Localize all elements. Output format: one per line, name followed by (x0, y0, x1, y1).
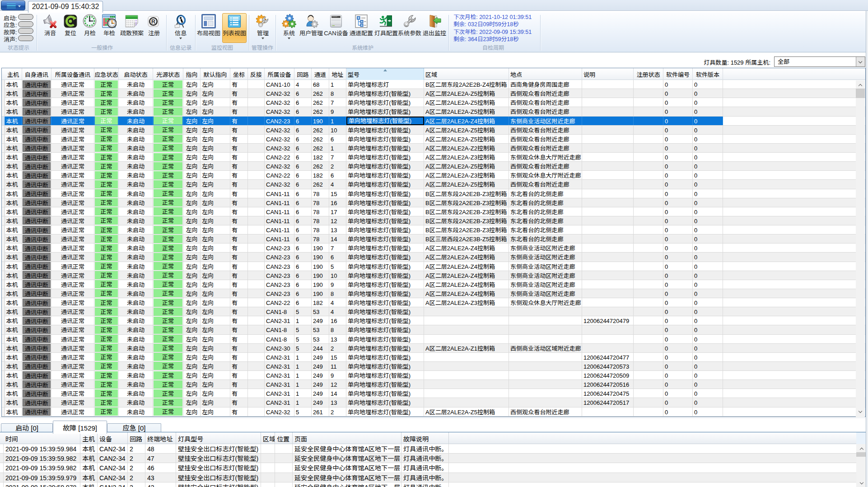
svg-text:R: R (151, 19, 155, 25)
